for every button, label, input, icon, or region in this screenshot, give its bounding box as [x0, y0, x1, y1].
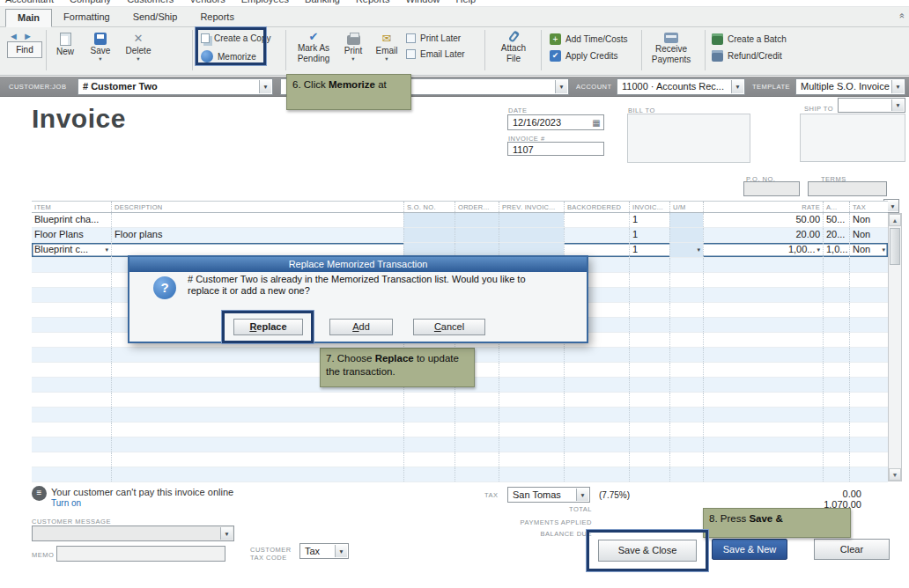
- table-row[interactable]: Floor PlansFloor plans120.0020...Non: [32, 228, 888, 243]
- secondary-dropdown-icon[interactable]: ▼: [555, 80, 567, 93]
- table-cell[interactable]: [849, 393, 888, 407]
- apply-credits-button[interactable]: ✔ Apply Credits: [550, 50, 617, 62]
- table-cell[interactable]: [849, 378, 888, 392]
- customer-tax-code-dropdown[interactable]: Tax ▼: [299, 543, 349, 559]
- template-dropdown[interactable]: Multiple S.O. Invoice ▼: [795, 78, 905, 95]
- customer-tax-code-dropdown-icon[interactable]: ▼: [335, 545, 347, 557]
- table-cell[interactable]: [703, 452, 823, 467]
- bill-to-box[interactable]: [627, 114, 750, 163]
- table-cell[interactable]: Non: [849, 228, 888, 242]
- table-cell[interactable]: [32, 318, 111, 332]
- table-cell[interactable]: 1,00...▾: [703, 243, 823, 257]
- table-cell[interactable]: [823, 318, 849, 332]
- column-header[interactable]: PREV. INVOIC...: [499, 202, 564, 212]
- table-cell[interactable]: [669, 348, 703, 362]
- table-cell[interactable]: [32, 467, 111, 481]
- table-cell[interactable]: [823, 423, 849, 437]
- table-cell[interactable]: [703, 437, 823, 452]
- table-cell[interactable]: [32, 363, 111, 377]
- column-header[interactable]: BACKORDERED: [564, 202, 629, 212]
- cell-dropdown-icon[interactable]: ▾: [817, 243, 820, 256]
- table-cell[interactable]: [849, 452, 888, 467]
- table-cell[interactable]: [849, 273, 888, 287]
- terms-input[interactable]: [808, 181, 887, 196]
- table-cell[interactable]: [703, 423, 823, 437]
- table-cell[interactable]: [703, 288, 823, 302]
- table-cell[interactable]: [849, 303, 888, 317]
- column-header[interactable]: ITEM: [32, 202, 111, 212]
- table-cell[interactable]: [703, 363, 823, 377]
- table-cell[interactable]: [403, 452, 454, 467]
- table-cell[interactable]: Non▾: [849, 243, 888, 257]
- table-cell[interactable]: [564, 363, 629, 377]
- back-arrow-icon[interactable]: ◄: [9, 31, 18, 41]
- table-cell[interactable]: Non: [849, 213, 888, 227]
- mark-as-pending-button[interactable]: ✔ Mark As Pending: [291, 31, 336, 63]
- save-and-new-button[interactable]: Save & New: [712, 539, 787, 560]
- table-cell[interactable]: [629, 348, 669, 362]
- table-cell[interactable]: [823, 273, 849, 287]
- table-cell[interactable]: [564, 408, 629, 422]
- table-cell[interactable]: 1,0...: [823, 243, 849, 257]
- table-cell[interactable]: [669, 273, 703, 287]
- table-row[interactable]: [32, 408, 888, 423]
- table-cell[interactable]: Blueprint cha...: [32, 213, 111, 227]
- tab-main[interactable]: Main: [5, 9, 52, 27]
- table-cell[interactable]: [669, 318, 703, 332]
- table-cell[interactable]: [111, 437, 403, 452]
- cancel-button[interactable]: Cancel: [413, 319, 485, 335]
- table-cell[interactable]: [564, 452, 629, 467]
- table-cell[interactable]: [703, 408, 823, 422]
- table-scrollbar[interactable]: ▲ ▼: [888, 213, 902, 481]
- table-cell[interactable]: [703, 258, 823, 272]
- column-header[interactable]: DESCRIPTION: [111, 202, 403, 212]
- account-dropdown[interactable]: 11000 · Accounts Rec... ▼: [617, 78, 745, 95]
- menu-item[interactable]: Window: [405, 0, 440, 4]
- menu-item[interactable]: Banking: [305, 0, 340, 4]
- table-cell[interactable]: [849, 348, 888, 362]
- table-cell[interactable]: [629, 408, 669, 422]
- table-cell[interactable]: [849, 437, 888, 452]
- table-cell[interactable]: [564, 437, 629, 452]
- print-later-checkbox-box[interactable]: [406, 33, 416, 43]
- table-row[interactable]: [32, 423, 888, 437]
- table-cell[interactable]: [823, 348, 849, 362]
- tax-dropdown-icon[interactable]: ▼: [576, 489, 588, 501]
- table-cell[interactable]: [629, 273, 669, 287]
- delete-button[interactable]: ✕ Delete ▾: [121, 33, 156, 62]
- column-header[interactable]: INVOIC...: [629, 202, 669, 212]
- customer-job-dropdown[interactable]: # Customer Two ▼: [78, 78, 273, 95]
- table-cell[interactable]: [629, 467, 669, 481]
- table-cell[interactable]: [32, 273, 111, 287]
- save-button[interactable]: Save ▾: [85, 33, 116, 62]
- table-cell[interactable]: [564, 423, 629, 437]
- table-cell[interactable]: [32, 423, 111, 437]
- table-cell[interactable]: [669, 408, 703, 422]
- table-cell[interactable]: [32, 437, 111, 452]
- clear-button[interactable]: Clear: [814, 539, 890, 560]
- table-cell[interactable]: 20.00: [703, 228, 823, 242]
- table-cell[interactable]: [629, 258, 669, 272]
- table-cell[interactable]: [32, 288, 111, 302]
- ship-to-dropdown-icon[interactable]: ▼: [891, 99, 904, 111]
- table-cell[interactable]: [823, 303, 849, 317]
- table-cell[interactable]: [629, 423, 669, 437]
- table-cell[interactable]: 1: [629, 243, 669, 257]
- table-cell[interactable]: [564, 213, 629, 227]
- email-later-checkbox-box[interactable]: [406, 49, 416, 59]
- table-cell[interactable]: [669, 333, 703, 347]
- table-cell[interactable]: [499, 408, 564, 422]
- table-cell[interactable]: [823, 393, 849, 407]
- table-cell[interactable]: [669, 213, 703, 227]
- table-cell[interactable]: [111, 393, 403, 407]
- table-cell[interactable]: [849, 467, 888, 481]
- menu-item[interactable]: Reports: [356, 0, 390, 4]
- table-cell[interactable]: [823, 363, 849, 377]
- print-later-checkbox[interactable]: Print Later: [406, 33, 461, 43]
- table-cell[interactable]: [454, 423, 499, 437]
- menu-item[interactable]: Customers: [127, 0, 174, 4]
- calendar-icon[interactable]: ▦: [590, 116, 602, 129]
- column-header[interactable]: ORDER...: [454, 202, 499, 212]
- ship-to-box[interactable]: [800, 114, 905, 162]
- customer-job-dropdown-icon[interactable]: ▼: [259, 80, 271, 93]
